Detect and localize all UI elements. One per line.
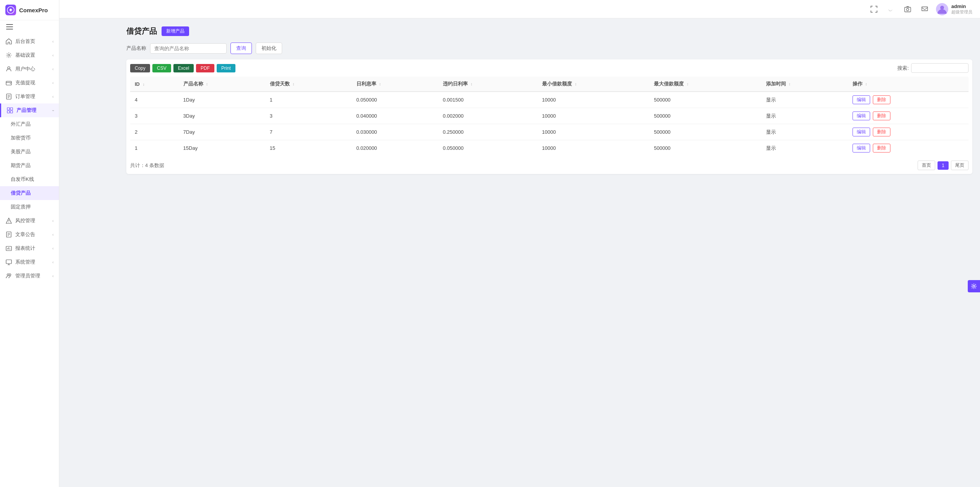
col-add-time[interactable]: 添加时间 ↕ [761,77,848,92]
svg-point-16 [7,274,9,276]
sidebar-item-risk-mgmt[interactable]: 风控管理 ‹ [0,214,59,228]
svg-rect-3 [6,29,13,30]
delete-button[interactable]: 删除 [873,112,890,120]
delete-button[interactable]: 删除 [873,128,890,136]
sidebar-item-crypto[interactable]: 加密货币 [0,131,59,145]
cell-days: 7 [265,124,352,140]
user-profile[interactable]: admin 超级管理员 [936,3,972,15]
cell-max-amount: 500000 [649,92,761,108]
edit-button[interactable]: 编辑 [853,144,870,152]
col-days[interactable]: 借贷天数 ↕ [265,77,352,92]
svg-rect-18 [905,7,911,12]
settings-float-button[interactable] [968,280,980,292]
sidebar-item-forex[interactable]: 外汇产品 [0,117,59,131]
sidebar-item-admin-mgmt[interactable]: 管理员管理 ‹ [0,269,59,283]
sort-icon-add-time: ↕ [789,82,791,86]
col-id[interactable]: ID ↕ [130,77,179,92]
edit-button[interactable]: 编辑 [853,95,870,104]
sidebar-item-recharge[interactable]: 充值提现 ‹ [0,76,59,90]
table-row: 1 15Day 15 0.020000 0.050000 10000 50000… [130,140,969,156]
sidebar-item-system[interactable]: 系统管理 ‹ [0,255,59,269]
svg-point-19 [906,8,909,11]
svg-point-22 [973,285,975,287]
sidebar-item-basic-settings[interactable]: 基础设置 ‹ [0,48,59,62]
messages-button[interactable] [919,4,930,15]
edit-button[interactable]: 编辑 [853,128,870,136]
sort-icon-max-amount: ↕ [687,82,689,86]
sidebar-item-dashboard[interactable]: 后台首页 ‹ [0,34,59,48]
cell-min-amount: 10000 [537,140,649,156]
cell-add-time: 显示 [761,92,848,108]
admin-icon [5,272,12,279]
col-name[interactable]: 产品名称 ↕ [179,77,265,92]
theme-toggle-button[interactable] [885,4,896,15]
data-table: ID ↕ 产品名称 ↕ 借贷天数 ↕ 日利息率 ↕ [130,77,969,156]
sidebar-item-collateral[interactable]: 固定质押 [0,200,59,214]
svg-point-17 [9,274,11,276]
page-title: 借贷产品 [126,26,157,36]
delete-button[interactable]: 删除 [873,95,890,104]
col-min-amount[interactable]: 最小借款额度 ↕ [537,77,649,92]
new-product-button[interactable]: 新增产品 [162,26,189,36]
sort-icon-action: ↕ [865,82,867,86]
col-action[interactable]: 操作 ↕ [848,77,969,92]
cell-min-amount: 10000 [537,108,649,124]
print-button[interactable]: Print [217,64,235,72]
cell-name: 15Day [179,140,265,156]
search-button[interactable]: 查询 [230,43,252,54]
col-daily-rate[interactable]: 日利息率 ↕ [352,77,438,92]
col-max-amount[interactable]: 最大借款额度 ↕ [649,77,761,92]
col-overdue-rate[interactable]: 违约日利率 ↕ [438,77,537,92]
table-search: 搜索: [897,63,969,73]
total-count: 共计：4 条数据 [130,162,164,169]
sidebar-item-article[interactable]: 文章公告 ‹ [0,228,59,241]
sidebar-item-stocks[interactable]: 美股产品 [0,145,59,159]
cell-daily-rate: 0.030000 [352,124,438,140]
first-page-button[interactable]: 首页 [918,161,935,170]
cell-daily-rate: 0.050000 [352,92,438,108]
sidebar-item-user-center[interactable]: 用户中心 ‹ [0,62,59,76]
sidebar-item-order-mgmt[interactable]: 订单管理 ‹ [0,90,59,103]
cell-min-amount: 10000 [537,92,649,108]
sort-icon-daily-rate: ↕ [379,82,381,86]
reset-button[interactable]: 初始化 [256,43,282,54]
copy-button[interactable]: Copy [130,64,150,72]
report-icon [5,245,12,252]
delete-button[interactable]: 删除 [873,144,890,152]
cell-id: 4 [130,92,179,108]
search-input[interactable] [150,43,227,54]
cell-max-amount: 500000 [649,108,761,124]
logo-icon [5,5,16,15]
cell-action: 编辑 删除 [848,124,969,140]
menu-toggle[interactable] [0,20,59,34]
sidebar-item-loan[interactable]: 借贷产品 [0,186,59,200]
search-label: 产品名称 [126,45,146,52]
cell-id: 3 [130,108,179,124]
page-1-button[interactable]: 1 [938,161,949,170]
cell-daily-rate: 0.020000 [352,140,438,156]
sidebar: ComexPro 后台首页 ‹ 基础设置 ‹ 用户中心 ‹ 充值提现 ‹ [0,0,59,487]
last-page-button[interactable]: 尾页 [951,161,969,170]
svg-rect-6 [6,81,11,85]
sidebar-item-futures[interactable]: 期货产品 [0,159,59,172]
svg-rect-10 [10,108,13,110]
cell-add-time: 显示 [761,124,848,140]
edit-button[interactable]: 编辑 [853,112,870,120]
expand-button[interactable] [869,4,879,15]
excel-button[interactable]: Excel [173,64,194,72]
cell-name: 1Day [179,92,265,108]
sidebar-item-report[interactable]: 报表统计 ‹ [0,241,59,255]
sidebar-item-product-mgmt[interactable]: 产品管理 ‹ [0,103,59,117]
csv-button[interactable]: CSV [152,64,171,72]
svg-rect-15 [6,260,11,264]
table-search-input[interactable] [911,63,969,73]
screenshot-button[interactable] [902,4,913,15]
sidebar-logo: ComexPro [0,0,59,20]
svg-rect-12 [10,111,13,113]
sidebar-item-kline[interactable]: 自发币K线 [0,172,59,186]
cell-days: 1 [265,92,352,108]
pdf-button[interactable]: PDF [196,64,214,72]
svg-point-5 [8,67,10,69]
cell-max-amount: 500000 [649,140,761,156]
cell-overdue-rate: 0.050000 [438,140,537,156]
